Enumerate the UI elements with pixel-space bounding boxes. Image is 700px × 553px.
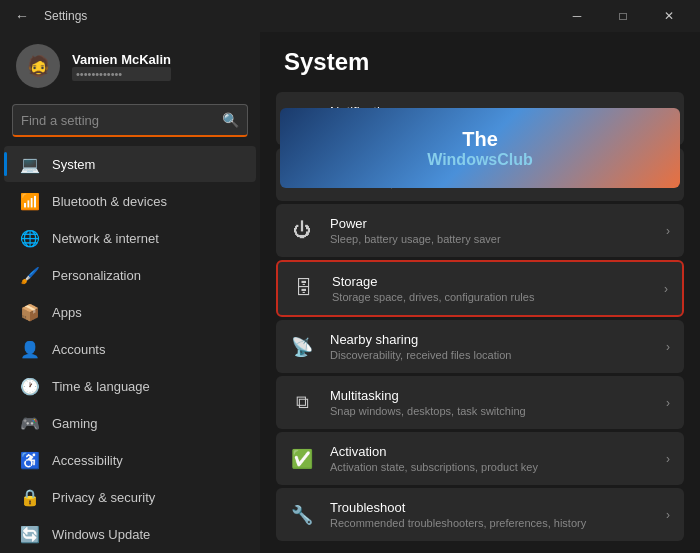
- search-box[interactable]: 🔍: [12, 104, 248, 137]
- sidebar-item-apps[interactable]: 📦 Apps: [4, 294, 256, 330]
- nav-label-bluetooth: Bluetooth & devices: [52, 194, 167, 209]
- nav-icon-system: 💻: [20, 154, 40, 174]
- settings-desc-focus-assist: Notifications, automatic rules: [330, 177, 650, 189]
- nav-icon-accessibility: ♿: [20, 450, 40, 470]
- settings-text-focus-assist: Focus assist Notifications, automatic ru…: [330, 160, 650, 189]
- settings-desc-power: Sleep, battery usage, battery saver: [330, 233, 650, 245]
- chevron-icon-storage: ›: [664, 282, 668, 296]
- sidebar-item-bluetooth[interactable]: 📶 Bluetooth & devices: [4, 183, 256, 219]
- avatar: 🧔: [16, 44, 60, 88]
- sidebar-item-network[interactable]: 🌐 Network & internet: [4, 220, 256, 256]
- settings-icon-focus-assist: 🌙: [290, 163, 314, 187]
- page-title: System: [260, 48, 700, 92]
- chevron-icon-notifications: ›: [666, 112, 670, 126]
- settings-title-activation: Activation: [330, 444, 650, 459]
- user-section[interactable]: 🧔 Vamien McKalin ••••••••••••: [0, 32, 260, 100]
- settings-list: 🔔 Notifications Alerts from apps and sys…: [260, 92, 700, 541]
- close-button[interactable]: ✕: [646, 0, 692, 32]
- settings-item-storage[interactable]: 🗄 Storage Storage space, drives, configu…: [276, 260, 684, 317]
- chevron-icon-troubleshoot: ›: [666, 508, 670, 522]
- settings-item-notifications[interactable]: 🔔 Notifications Alerts from apps and sys…: [276, 92, 684, 145]
- settings-text-notifications: Notifications Alerts from apps and syste…: [330, 104, 650, 133]
- content-area: System The WindowsClub 🔔 Notifications A…: [260, 32, 700, 553]
- settings-text-activation: Activation Activation state, subscriptio…: [330, 444, 650, 473]
- settings-item-multitasking[interactable]: ⧉ Multitasking Snap windows, desktops, t…: [276, 376, 684, 429]
- nav-label-apps: Apps: [52, 305, 82, 320]
- chevron-icon-focus-assist: ›: [666, 168, 670, 182]
- title-bar-left: ← Settings: [8, 2, 87, 30]
- settings-item-troubleshoot[interactable]: 🔧 Troubleshoot Recommended troubleshoote…: [276, 488, 684, 541]
- sidebar: 🧔 Vamien McKalin •••••••••••• 🔍 💻 System…: [0, 32, 260, 553]
- main-layout: 🧔 Vamien McKalin •••••••••••• 🔍 💻 System…: [0, 32, 700, 553]
- nav-icon-privacy: 🔒: [20, 487, 40, 507]
- chevron-icon-nearby-sharing: ›: [666, 340, 670, 354]
- user-info: Vamien McKalin ••••••••••••: [72, 52, 171, 81]
- nav-label-personalization: Personalization: [52, 268, 141, 283]
- nav-icon-personalization: 🖌️: [20, 265, 40, 285]
- nav-label-system: System: [52, 157, 95, 172]
- settings-desc-nearby-sharing: Discoverability, received files location: [330, 349, 650, 361]
- nav-label-update: Windows Update: [52, 527, 150, 542]
- nav-icon-accounts: 👤: [20, 339, 40, 359]
- nav-list: 💻 System 📶 Bluetooth & devices 🌐 Network…: [0, 145, 260, 553]
- window-controls: ─ □ ✕: [554, 0, 692, 32]
- settings-icon-nearby-sharing: 📡: [290, 335, 314, 359]
- sidebar-item-personalization[interactable]: 🖌️ Personalization: [4, 257, 256, 293]
- settings-title-focus-assist: Focus assist: [330, 160, 650, 175]
- nav-label-network: Network & internet: [52, 231, 159, 246]
- settings-text-nearby-sharing: Nearby sharing Discoverability, received…: [330, 332, 650, 361]
- settings-text-troubleshoot: Troubleshoot Recommended troubleshooters…: [330, 500, 650, 529]
- settings-icon-power: ⏻: [290, 219, 314, 243]
- nav-icon-network: 🌐: [20, 228, 40, 248]
- avatar-emoji: 🧔: [26, 54, 51, 78]
- nav-icon-apps: 📦: [20, 302, 40, 322]
- chevron-icon-power: ›: [666, 224, 670, 238]
- settings-text-storage: Storage Storage space, drives, configura…: [332, 274, 648, 303]
- back-button[interactable]: ←: [8, 2, 36, 30]
- settings-desc-notifications: Alerts from apps and system: [330, 121, 650, 133]
- nav-icon-time: 🕐: [20, 376, 40, 396]
- search-icon: 🔍: [222, 112, 239, 128]
- maximize-button[interactable]: □: [600, 0, 646, 32]
- sidebar-item-accessibility[interactable]: ♿ Accessibility: [4, 442, 256, 478]
- sidebar-item-time[interactable]: 🕐 Time & language: [4, 368, 256, 404]
- minimize-button[interactable]: ─: [554, 0, 600, 32]
- sidebar-item-privacy[interactable]: 🔒 Privacy & security: [4, 479, 256, 515]
- settings-item-activation[interactable]: ✅ Activation Activation state, subscript…: [276, 432, 684, 485]
- sidebar-item-update[interactable]: 🔄 Windows Update: [4, 516, 256, 552]
- settings-desc-storage: Storage space, drives, configuration rul…: [332, 291, 648, 303]
- chevron-icon-multitasking: ›: [666, 396, 670, 410]
- settings-icon-storage: 🗄: [292, 277, 316, 301]
- settings-text-power: Power Sleep, battery usage, battery save…: [330, 216, 650, 245]
- settings-icon-notifications: 🔔: [290, 107, 314, 131]
- search-input[interactable]: [21, 113, 222, 128]
- sidebar-item-accounts[interactable]: 👤 Accounts: [4, 331, 256, 367]
- settings-desc-activation: Activation state, subscriptions, product…: [330, 461, 650, 473]
- settings-desc-troubleshoot: Recommended troubleshooters, preferences…: [330, 517, 650, 529]
- settings-icon-troubleshoot: 🔧: [290, 503, 314, 527]
- sidebar-item-gaming[interactable]: 🎮 Gaming: [4, 405, 256, 441]
- nav-label-accessibility: Accessibility: [52, 453, 123, 468]
- settings-desc-multitasking: Snap windows, desktops, task switching: [330, 405, 650, 417]
- settings-title-notifications: Notifications: [330, 104, 650, 119]
- user-email: ••••••••••••: [72, 67, 171, 81]
- nav-icon-bluetooth: 📶: [20, 191, 40, 211]
- nav-icon-update: 🔄: [20, 524, 40, 544]
- nav-label-gaming: Gaming: [52, 416, 98, 431]
- nav-label-accounts: Accounts: [52, 342, 105, 357]
- settings-title-power: Power: [330, 216, 650, 231]
- settings-title-multitasking: Multitasking: [330, 388, 650, 403]
- settings-item-nearby-sharing[interactable]: 📡 Nearby sharing Discoverability, receiv…: [276, 320, 684, 373]
- settings-item-focus-assist[interactable]: 🌙 Focus assist Notifications, automatic …: [276, 148, 684, 201]
- settings-title-troubleshoot: Troubleshoot: [330, 500, 650, 515]
- settings-text-multitasking: Multitasking Snap windows, desktops, tas…: [330, 388, 650, 417]
- nav-label-privacy: Privacy & security: [52, 490, 155, 505]
- settings-title-storage: Storage: [332, 274, 648, 289]
- chevron-icon-activation: ›: [666, 452, 670, 466]
- nav-label-time: Time & language: [52, 379, 150, 394]
- settings-item-power[interactable]: ⏻ Power Sleep, battery usage, battery sa…: [276, 204, 684, 257]
- app-title: Settings: [44, 9, 87, 23]
- settings-title-nearby-sharing: Nearby sharing: [330, 332, 650, 347]
- sidebar-item-system[interactable]: 💻 System: [4, 146, 256, 182]
- user-name: Vamien McKalin: [72, 52, 171, 67]
